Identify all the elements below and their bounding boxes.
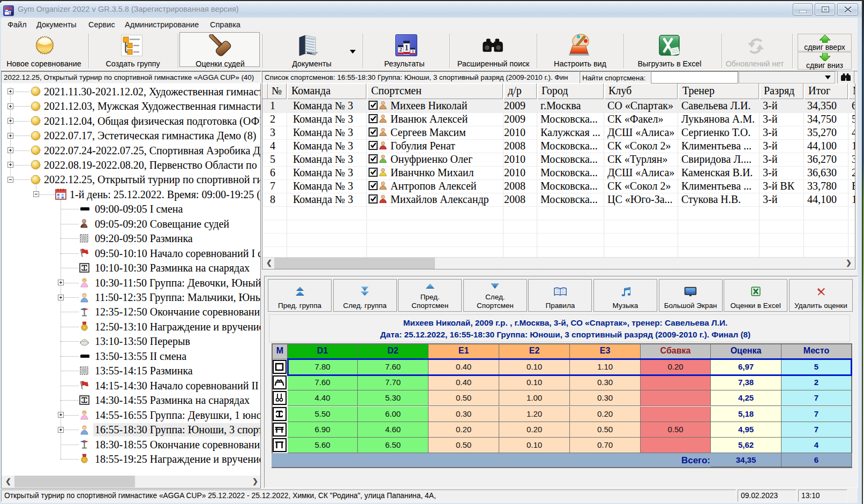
svg-text:2: 2	[400, 47, 402, 52]
svg-text:1: 1	[405, 44, 409, 52]
svg-text:3: 3	[412, 49, 414, 54]
svg-text:1: 1	[9, 11, 11, 15]
